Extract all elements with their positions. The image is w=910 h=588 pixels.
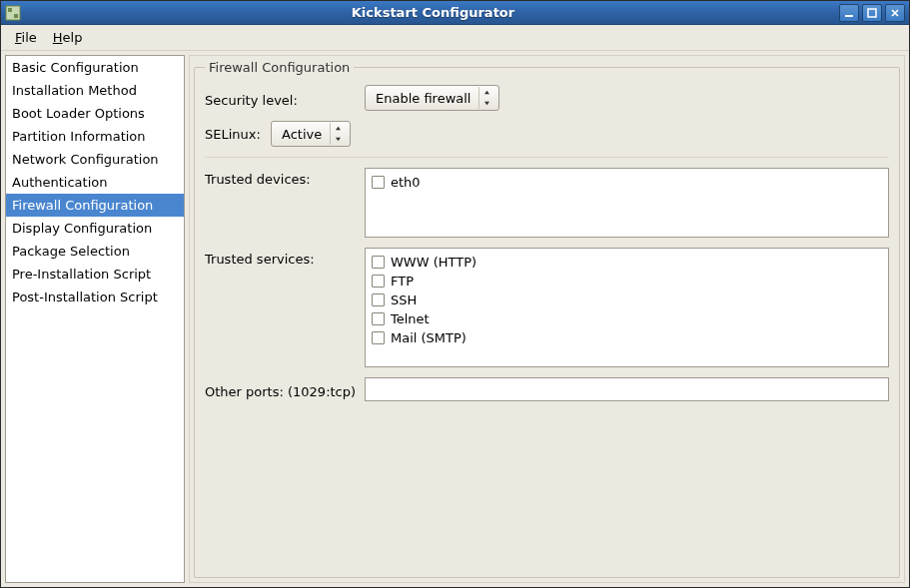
other-ports-label: Other ports: (1029:tcp) [205,384,356,399]
selinux-label: SELinux: [205,127,261,142]
checkbox-icon[interactable] [372,312,385,325]
checkbox-icon[interactable] [372,256,385,269]
trusted-services-label: Trusted services: [205,252,315,267]
checkbox-icon[interactable] [372,331,385,344]
selinux-combo[interactable]: Active [271,121,351,147]
trusted-service-label: SSH [391,293,417,307]
trusted-device-row[interactable]: eth0 [372,173,882,192]
sidebar-item-basic-configuration[interactable]: Basic Configuration [6,56,184,79]
sidebar-item-package-selection[interactable]: Package Selection [6,240,184,263]
trusted-service-label: WWW (HTTP) [391,255,476,270]
trusted-devices-list[interactable]: eth0 [365,168,889,238]
trusted-service-label: Telnet [391,311,430,326]
spinner-icon [330,123,346,145]
svg-rect-4 [868,9,876,17]
menu-file[interactable]: File [7,28,45,47]
svg-rect-1 [8,8,12,12]
trusted-services-list[interactable]: WWW (HTTP) FTP SSH [365,248,889,367]
trusted-service-row[interactable]: WWW (HTTP) [372,253,882,272]
sidebar-item-authentication[interactable]: Authentication [6,171,184,194]
menu-help[interactable]: Help [45,28,91,47]
main-panel: Firewall Configuration Security level: E… [189,55,905,583]
trusted-service-row[interactable]: Telnet [372,309,882,328]
sidebar-item-pre-installation-script[interactable]: Pre-Installation Script [6,263,184,286]
trusted-devices-label: Trusted devices: [205,172,311,187]
menubar: File Help [1,25,909,51]
checkbox-icon[interactable] [372,176,385,189]
svg-rect-3 [845,15,853,17]
checkbox-icon[interactable] [372,294,385,306]
close-button[interactable] [885,4,905,22]
security-level-combo[interactable]: Enable firewall [365,85,499,111]
trusted-device-label: eth0 [391,175,421,190]
trusted-service-row[interactable]: Mail (SMTP) [372,328,882,347]
trusted-service-row[interactable]: SSH [372,291,882,309]
security-level-value: Enable firewall [376,91,470,106]
minimize-button[interactable] [839,4,859,22]
spinner-icon [478,87,494,109]
window-buttons [839,4,905,22]
group-title: Firewall Configuration [205,60,354,75]
sidebar-item-post-installation-script[interactable]: Post-Installation Script [6,286,184,308]
checkbox-icon[interactable] [372,275,385,288]
sidebar-item-display-configuration[interactable]: Display Configuration [6,217,184,240]
sidebar-item-firewall-configuration[interactable]: Firewall Configuration [6,194,184,217]
window: Kickstart Configurator File Help Basic C… [0,0,910,588]
trusted-service-label: FTP [391,274,414,289]
app-icon [5,5,21,21]
svg-rect-2 [14,14,18,18]
sidebar-item-boot-loader-options[interactable]: Boot Loader Options [6,102,184,125]
selinux-value: Active [282,127,322,142]
firewall-group: Firewall Configuration Security level: E… [194,60,900,578]
content: Basic Configuration Installation Method … [1,51,909,587]
trusted-service-label: Mail (SMTP) [391,330,466,345]
security-level-label: Security level: [205,93,298,108]
titlebar[interactable]: Kickstart Configurator [1,1,909,25]
other-ports-input[interactable] [365,377,889,401]
sidebar-item-network-configuration[interactable]: Network Configuration [6,148,184,171]
sidebar-item-partition-information[interactable]: Partition Information [6,125,184,148]
trusted-service-row[interactable]: FTP [372,272,882,291]
sidebar-item-installation-method[interactable]: Installation Method [6,79,184,102]
window-title: Kickstart Configurator [27,5,839,20]
maximize-button[interactable] [862,4,882,22]
sidebar[interactable]: Basic Configuration Installation Method … [5,55,185,583]
